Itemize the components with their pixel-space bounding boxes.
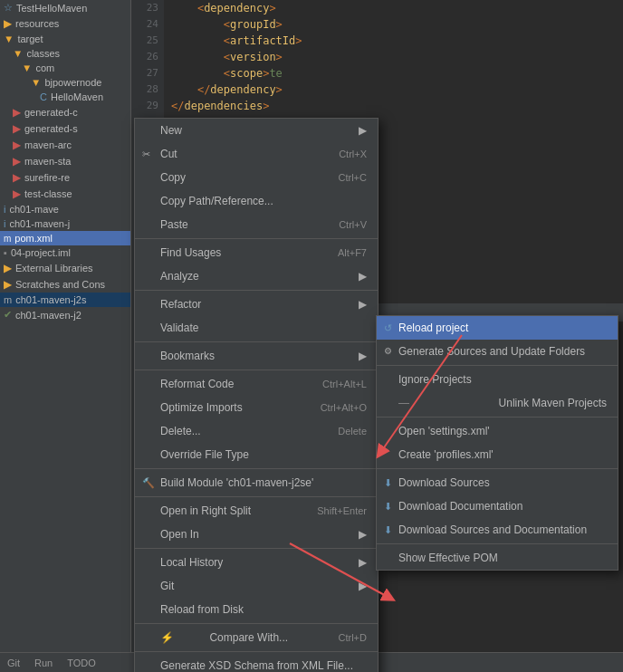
status-run[interactable]: Run — [34, 658, 53, 668]
menu-item-delete[interactable]: Delete... Delete — [135, 419, 378, 443]
reload-icon: ↺ — [384, 320, 392, 336]
status-git[interactable]: Git — [7, 658, 20, 668]
file-tree-item[interactable]: ▼ com — [18, 61, 130, 75]
file-tree-item[interactable]: ▶ surefire-re — [9, 169, 130, 186]
submenu-item-download-sources[interactable]: ⬇ Download Sources — [377, 471, 618, 494]
file-tree-item[interactable]: ▼ target — [0, 32, 130, 46]
generate-icon: ⚙ — [384, 343, 392, 360]
folder-icon: ▶ — [13, 155, 21, 168]
menu-separator — [135, 370, 378, 370]
menu-item-generate-xsd[interactable]: Generate XSD Schema from XML File... — [135, 654, 378, 672]
file-tree-item[interactable]: m ch01-maven-j2s — [0, 293, 130, 307]
file-tree-item[interactable]: i ch01-mave — [0, 202, 130, 216]
menu-separator — [135, 496, 378, 497]
file-tree-item[interactable]: ✔ ch01-maven-j2 — [0, 307, 130, 322]
code-line: <scope>te — [171, 65, 623, 82]
submenu-maven: ↺ Reload project ⚙ Generate Sources and … — [376, 315, 618, 571]
submenu-item-reload-project[interactable]: ↺ Reload project — [377, 316, 618, 340]
folder-icon: ▶ — [13, 106, 21, 119]
menu-separator — [377, 543, 618, 544]
folder-icon: ▶ — [13, 171, 21, 184]
menu-separator — [377, 365, 618, 366]
menu-item-open-right-split[interactable]: Open in Right Split Shift+Enter — [135, 499, 378, 523]
submenu-item-ignore-projects[interactable]: Ignore Projects — [377, 368, 618, 391]
submenu-item-unlink-maven[interactable]: — Unlink Maven Projects — [377, 391, 618, 415]
file-tree-item[interactable]: ▶ maven-sta — [9, 153, 130, 169]
file-tree-item[interactable]: ☆ TestHelloMaven — [0, 0, 130, 15]
menu-item-local-history[interactable]: Local History ▶ — [135, 551, 378, 574]
folder-icon: ▶ — [13, 122, 21, 135]
code-line: <version> — [171, 49, 623, 65]
menu-item-git[interactable]: Git ▶ — [135, 574, 378, 598]
file-tree-item[interactable]: ▼ classes — [9, 46, 130, 61]
file-tree-item[interactable]: ▼ bjpowernode — [27, 75, 130, 90]
menu-item-build-module[interactable]: 🔨 Build Module 'ch01-maven-j2se' — [135, 471, 378, 494]
code-line: <groupId> — [171, 16, 623, 33]
folder-icon: ▶ — [4, 278, 12, 291]
file-tree-item[interactable]: C HelloMaven — [36, 90, 130, 104]
menu-item-open-in[interactable]: Open In ▶ — [135, 523, 378, 546]
folder-icon: ▶ — [4, 262, 12, 274]
context-menu: New ▶ ✂ Cut Ctrl+X Copy Ctrl+C Copy Path… — [134, 118, 379, 672]
menu-separator — [135, 468, 378, 469]
menu-item-find-usages[interactable]: Find Usages Alt+F7 — [135, 241, 378, 264]
menu-separator — [135, 651, 378, 652]
file-tree-item[interactable]: ▪ 04-project.iml — [0, 245, 130, 260]
folder-icon: ▶ — [13, 139, 21, 151]
menu-item-paste[interactable]: Paste Ctrl+V — [135, 213, 378, 236]
menu-item-refactor[interactable]: Refactor ▶ — [135, 293, 378, 316]
folder-icon: ▶ — [13, 187, 21, 200]
menu-item-reformat[interactable]: Reformat Code Ctrl+Alt+L — [135, 372, 378, 396]
download-icon: ⬇ — [384, 475, 392, 491]
code-line: </dependencies> — [171, 98, 623, 114]
build-icon: 🔨 — [142, 475, 155, 491]
menu-item-compare-with[interactable]: ⚡ Compare With... Ctrl+D — [135, 626, 378, 649]
code-line: </dependency> — [171, 82, 623, 98]
file-tree-item[interactable]: i ch01-maven-j — [0, 216, 130, 231]
menu-separator — [135, 548, 378, 549]
submenu-item-open-settings-xml[interactable]: Open 'settings.xml' — [377, 419, 618, 443]
file-tree-item-external-libraries[interactable]: ▶ External Libraries — [0, 260, 130, 276]
cut-icon: ✂ — [142, 146, 150, 162]
submenu-item-show-effective-pom[interactable]: Show Effective POM — [377, 546, 618, 570]
file-tree-item-pom[interactable]: m pom.xml — [0, 231, 130, 245]
menu-item-copy-path[interactable]: Copy Path/Reference... — [135, 189, 378, 213]
code-line: <artifactId> — [171, 33, 623, 49]
submenu-item-download-docs[interactable]: ⬇ Download Documentation — [377, 494, 618, 518]
menu-item-optimize-imports[interactable]: Optimize Imports Ctrl+Alt+O — [135, 396, 378, 419]
folder-icon: ▼ — [4, 34, 14, 44]
folder-icon: ▶ — [4, 17, 12, 30]
download-icon: ⬇ — [384, 498, 392, 514]
menu-item-validate[interactable]: Validate — [135, 316, 378, 340]
menu-separator — [135, 238, 378, 239]
file-tree-item[interactable]: ▶ test-classe — [9, 186, 130, 202]
download-icon: ⬇ — [384, 522, 392, 538]
menu-separator — [135, 341, 378, 342]
menu-separator — [377, 417, 618, 418]
menu-item-new[interactable]: New ▶ — [135, 119, 378, 142]
folder-icon: ▼ — [13, 48, 23, 59]
submenu-item-create-profiles-xml[interactable]: Create 'profiles.xml' — [377, 443, 618, 466]
file-tree-item[interactable]: ▶ maven-arc — [9, 137, 130, 153]
code-line: <dependency> — [171, 0, 623, 16]
menu-item-analyze[interactable]: Analyze ▶ — [135, 264, 378, 288]
menu-separator — [135, 290, 378, 291]
menu-item-override-file-type[interactable]: Override File Type — [135, 443, 378, 466]
file-tree-item[interactable]: ▶ generated-s — [9, 120, 130, 137]
status-todo[interactable]: TODO — [67, 658, 96, 668]
menu-item-bookmarks[interactable]: Bookmarks ▶ — [135, 344, 378, 368]
menu-item-reload-from-disk[interactable]: Reload from Disk — [135, 598, 378, 621]
folder-icon: ▼ — [22, 62, 32, 73]
file-tree-item[interactable]: ▶ resources — [0, 15, 130, 32]
folder-icon: ▼ — [31, 77, 41, 88]
file-tree-item[interactable]: ▶ generated-c — [9, 104, 130, 120]
menu-item-cut[interactable]: ✂ Cut Ctrl+X — [135, 142, 378, 166]
menu-separator — [135, 623, 378, 624]
submenu-item-generate-sources[interactable]: ⚙ Generate Sources and Update Folders — [377, 340, 618, 363]
file-tree: ☆ TestHelloMaven ▶ resources ▼ target ▼ … — [0, 0, 131, 672]
menu-item-copy[interactable]: Copy Ctrl+C — [135, 166, 378, 189]
submenu-item-download-sources-docs[interactable]: ⬇ Download Sources and Documentation — [377, 518, 618, 542]
menu-separator — [377, 468, 618, 469]
file-tree-item-scratches[interactable]: ▶ Scratches and Cons — [0, 276, 130, 293]
